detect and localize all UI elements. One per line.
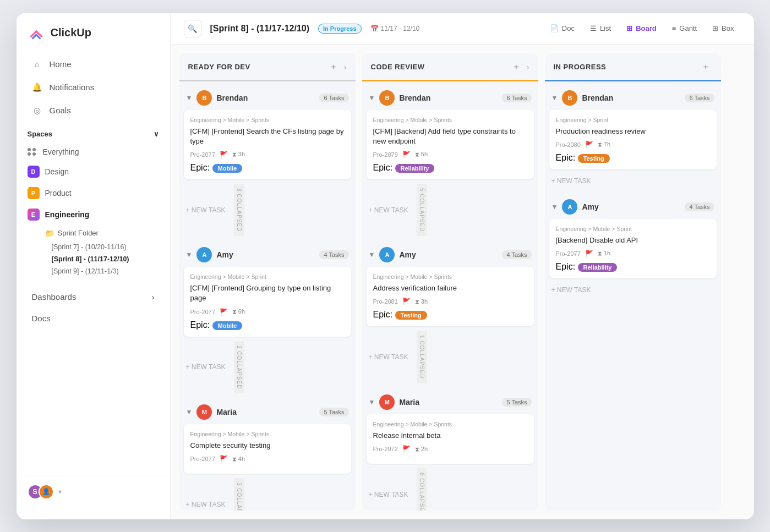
task-meta-amy-ip: Pro-2077 🚩 ⧗ 1h — [556, 250, 710, 257]
column-add-code-review[interactable]: + — [510, 61, 522, 73]
sidebar-item-product[interactable]: P Product — [21, 183, 166, 204]
sidebar-item-design[interactable]: D Design — [21, 161, 166, 182]
sidebar-item-everything[interactable]: Everything — [21, 143, 166, 161]
app-name: ClickUp — [51, 26, 91, 39]
task-card-maria-ready[interactable]: Engineering > Mobile > Sprints Complete … — [184, 424, 351, 474]
group-name-amy-cr: Amy — [399, 250, 498, 259]
avatar-amy-ip: A — [562, 199, 577, 215]
new-task-btn-maria-cr[interactable]: + NEW TASK — [367, 468, 411, 511]
task-title-maria: Complete security testing — [190, 441, 345, 451]
time-icon-maria: ⧗ 4h — [232, 456, 245, 463]
group-brendan-cr[interactable]: ▼ B Brendan 6 Tasks — [367, 86, 534, 110]
epic-badge-amy-ip: Reliability — [578, 263, 618, 272]
group-name-brendan-ready: Brendan — [216, 94, 315, 102]
sprint-9[interactable]: [Sprint 9] - (12/11-1/3) — [21, 265, 166, 277]
new-task-btn-brendan-ip[interactable]: + NEW TASK — [549, 174, 717, 188]
task-card-amy-ready[interactable]: Engineering > Mobile > Sprint [CFM] [Fro… — [184, 267, 351, 336]
nav-home[interactable]: ⌂ Home — [21, 53, 166, 75]
task-card-maria-cr[interactable]: Engineering > Mobile > Sprints Release i… — [367, 414, 534, 464]
flag-amy-cr: 🚩 — [402, 298, 411, 305]
sprint-folder[interactable]: 📁 Sprint Folder — [21, 226, 166, 241]
sidebar-item-engineering[interactable]: E Engineering — [21, 204, 166, 225]
app-container: ClickUp ⌂ Home 🔔 Notifications ◎ Goals S… — [17, 13, 754, 519]
group-arrow-brendan-ip: ▼ — [551, 94, 558, 102]
column-add-ready[interactable]: + — [327, 61, 340, 73]
tab-doc-label: Doc — [562, 24, 575, 32]
new-task-btn-amy-ready[interactable]: + NEW TASK — [184, 341, 228, 393]
task-id-maria: Pro-2077 — [190, 456, 215, 462]
new-task-btn-brendan-ready[interactable]: + NEW TASK — [184, 184, 228, 236]
time-brendan-ip: ⧗ 7h — [598, 141, 610, 148]
group-amy-cr[interactable]: ▼ A Amy 4 Tasks — [367, 243, 534, 267]
sprint-folder-icon: 📁 — [45, 229, 54, 238]
group-name-amy-ip: Amy — [582, 202, 680, 211]
tab-board-label: Board — [636, 24, 657, 32]
task-card-brendan-ip[interactable]: Engineering > Sprint Production readines… — [549, 110, 717, 169]
design-label: Design — [45, 167, 69, 176]
avatar-brendan: B — [196, 90, 212, 106]
collapsed-indicator-maria-cr: 6 COLLAPSED — [417, 468, 427, 511]
column-arrow-ready[interactable]: › — [344, 63, 347, 72]
group-name-brendan-cr: Brendan — [399, 94, 498, 102]
task-path-amy-cr: Engineering > Mobile > Sprints — [373, 273, 527, 280]
sidebar: ClickUp ⌂ Home 🔔 Notifications ◎ Goals S… — [17, 13, 171, 519]
search-button[interactable]: 🔍 — [184, 20, 201, 37]
sprint-7[interactable]: [Sprint 7] - (10/20-11/16) — [21, 241, 166, 253]
epic-area: Epic: Mobile — [190, 163, 345, 173]
tab-doc[interactable]: 📄 Doc — [543, 21, 581, 36]
time-amy-cr: ⧗ 3h — [415, 298, 428, 305]
sprint-8[interactable]: [Sprint 8] - (11/17-12/10) — [21, 253, 166, 265]
task-meta-brendan-cr: Pro-2079 🚩 ⧗ 5h — [373, 151, 527, 158]
new-task-btn-amy-cr[interactable]: + NEW TASK — [367, 331, 411, 383]
epic-area-amy: Epic: Mobile — [190, 320, 345, 330]
group-amy-ip[interactable]: ▼ A Amy 4 Tasks — [549, 195, 717, 219]
nav-docs[interactable]: Docs — [21, 308, 166, 328]
nav-notifications[interactable]: 🔔 Notifications — [21, 76, 166, 98]
task-card-amy-cr[interactable]: Engineering > Mobile > Sprints Address v… — [367, 267, 534, 326]
nav-goals[interactable]: ◎ Goals — [21, 100, 166, 122]
nav-dashboards[interactable]: Dashboards › — [21, 287, 166, 307]
avatar-stack: S 👤 — [28, 484, 54, 500]
column-arrow-code-review[interactable]: › — [527, 63, 529, 72]
docs-label: Docs — [32, 314, 51, 323]
new-task-btn-brendan-cr[interactable]: + NEW TASK — [367, 184, 411, 236]
tasks-count-maria-cr: 5 Tasks — [502, 398, 531, 407]
epic-badge: Mobile — [212, 164, 243, 173]
collapsed-indicator-maria: 3 COLLAPSED — [234, 478, 244, 510]
group-brendan-ready[interactable]: ▼ B Brendan 6 Tasks — [184, 86, 351, 110]
epic-brendan-cr: Epic: Reliability — [373, 163, 527, 173]
task-title: [CFM] [Frontend] Search the CFs listing … — [190, 127, 345, 146]
column-in-progress: IN PROGRESS + ▼ B Brendan 6 Tasks Engine… — [545, 53, 721, 511]
main-header: 🔍 [Sprint 8] - (11/17-12/10) In Progress… — [171, 13, 754, 45]
tab-gantt[interactable]: ≡ Gantt — [665, 21, 703, 36]
avatar-amy: A — [196, 247, 212, 262]
collapsed-indicator-brendan-cr: 5 COLLAPSED — [417, 184, 427, 236]
sprint-8-label: [Sprint 8] - (11/17-12/10) — [52, 255, 129, 263]
group-brendan-ip[interactable]: ▼ B Brendan 6 Tasks — [549, 86, 717, 110]
epic-badge-amy: Mobile — [212, 321, 243, 330]
group-maria-ready[interactable]: ▼ M Maria 5 Tasks — [184, 400, 351, 424]
product-icon: P — [28, 187, 40, 199]
task-card-amy-ip[interactable]: Engineering > Mobile > Sprint [Backend] … — [549, 219, 717, 278]
new-task-btn-maria-ready[interactable]: + NEW TASK — [184, 478, 228, 510]
task-card-brendan-cr[interactable]: Engineering > Mobile > Sprints [CFM] [Ba… — [367, 110, 534, 179]
task-path-amy-ip: Engineering > Mobile > Sprint — [556, 226, 710, 232]
task-card[interactable]: Engineering > Mobile > Sprints [CFM] [Fr… — [184, 110, 351, 179]
column-add-in-progress[interactable]: + — [700, 61, 712, 73]
new-task-btn-amy-ip[interactable]: + NEW TASK — [549, 283, 717, 297]
calendar-icon: 📅 — [370, 25, 379, 32]
group-name-amy-ready: Amy — [216, 250, 315, 259]
tab-board[interactable]: ⊞ Board — [620, 21, 663, 36]
tab-box[interactable]: ⊞ Box — [706, 21, 740, 36]
flag-brendan-cr: 🚩 — [402, 151, 411, 158]
task-meta-amy: Pro-2077 🚩 ⧗ 6h — [190, 308, 345, 316]
tab-box-label: Box — [722, 24, 734, 32]
column-title-code-review: CODE REVIEW — [371, 63, 506, 71]
tab-list[interactable]: ☰ List — [583, 21, 618, 36]
spaces-collapse-icon[interactable]: ∨ — [154, 130, 159, 138]
date-range-text: 11/17 - 12/10 — [381, 25, 420, 32]
user-area[interactable]: S 👤 ▾ — [17, 475, 170, 508]
home-icon: ⌂ — [32, 59, 43, 70]
group-amy-ready[interactable]: ▼ A Amy 4 Tasks — [184, 243, 351, 267]
group-maria-cr[interactable]: ▼ M Maria 5 Tasks — [367, 390, 534, 414]
